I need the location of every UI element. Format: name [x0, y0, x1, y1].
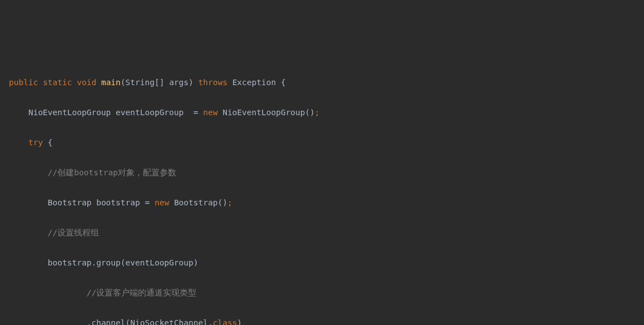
- semicolon: ;: [315, 108, 320, 117]
- code-line-5: Bootstrap bootstrap = new Bootstrap();: [0, 195, 644, 210]
- equals: =: [194, 108, 199, 117]
- brace: {: [48, 138, 53, 147]
- chain-call: bootstrap.group(eventLoopGroup): [48, 258, 199, 267]
- equals: =: [145, 198, 150, 207]
- code-line-9: .channel(NioSocketChannel.class): [0, 316, 644, 325]
- ctor-call: NioEventLoopGroup(): [222, 108, 315, 117]
- code-line-4: //创建bootstrap对象，配置参数: [0, 165, 644, 180]
- keyword-public: public: [9, 78, 38, 87]
- keyword-static: static: [43, 78, 72, 87]
- semicolon: ;: [227, 198, 232, 207]
- code-line-1: public static void main(String[] args) t…: [0, 75, 644, 90]
- type-nioeventloopgroup: NioEventLoopGroup: [28, 108, 111, 117]
- code-line-7: bootstrap.group(eventLoopGroup): [0, 255, 644, 270]
- ctor-call: Bootstrap(): [174, 198, 227, 207]
- brace: {: [281, 78, 286, 87]
- params: (String[] args): [121, 78, 194, 87]
- keyword-new: new: [203, 108, 217, 117]
- paren: ): [237, 318, 242, 325]
- code-line-3: try {: [0, 135, 644, 150]
- type-exception: Exception: [232, 78, 276, 87]
- type-bootstrap: Bootstrap: [48, 198, 92, 207]
- var-eventloopgroup: eventLoopGroup: [116, 108, 184, 117]
- comment: //创建bootstrap对象，配置参数: [48, 168, 176, 177]
- code-line-6: //设置线程组: [0, 225, 644, 240]
- keyword-new: new: [155, 198, 169, 207]
- code-line-2: NioEventLoopGroup eventLoopGroup = new N…: [0, 105, 644, 120]
- chain-call: .channel(NioSocketChannel.: [87, 318, 213, 325]
- keyword-class: class: [213, 318, 237, 325]
- keyword-void: void: [77, 78, 96, 87]
- method-main: main: [101, 78, 121, 87]
- comment: //设置线程组: [48, 228, 99, 237]
- keyword-try: try: [28, 138, 43, 147]
- comment: //设置客户端的通道实现类型: [87, 288, 196, 297]
- var-bootstrap: bootstrap: [96, 198, 140, 207]
- keyword-throws: throws: [199, 78, 227, 87]
- code-editor[interactable]: public static void main(String[] args) t…: [0, 60, 644, 325]
- code-line-8: //设置客户端的通道实现类型: [0, 285, 644, 301]
